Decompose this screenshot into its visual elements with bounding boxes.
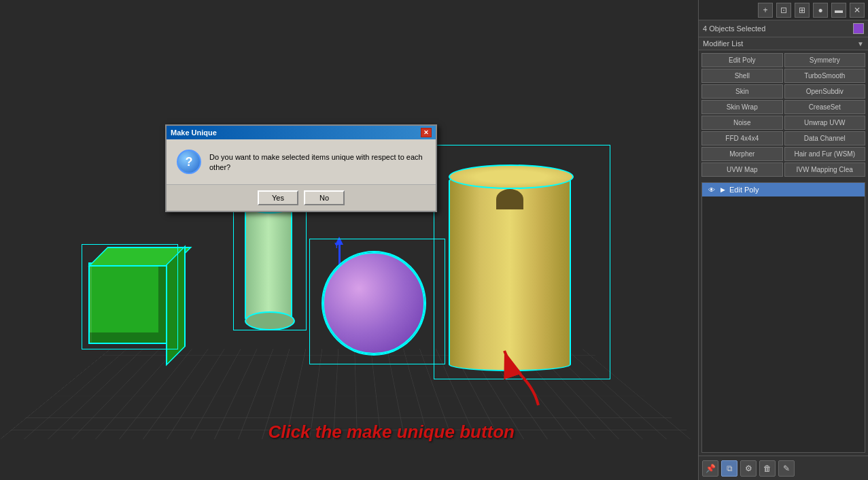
- toolbar-rect-icon[interactable]: ▬: [831, 3, 846, 18]
- mod-btn-edit-poly[interactable]: Edit Poly: [701, 53, 783, 67]
- mod-btn-opensubdiv[interactable]: OpenSubdiv: [784, 84, 866, 99]
- dialog-footer: Yes No: [167, 184, 436, 211]
- selected-bar: 4 Objects Selected: [699, 20, 868, 37]
- dialog-overlay: Make Unique ✕ ? Do you want to make sele…: [0, 0, 698, 480]
- make-unique-dialog: Make Unique ✕ ? Do you want to make sele…: [165, 124, 437, 212]
- top-toolbar: + ⊡ ⊞ ● ▬ ✕: [699, 0, 868, 20]
- mod-btn-ffd4x4x4[interactable]: FFD 4x4x4: [701, 131, 783, 145]
- dialog-close-button[interactable]: ✕: [421, 128, 432, 137]
- settings-icon[interactable]: ⚙: [740, 460, 757, 477]
- bottom-toolbar: 📌 ⧉ ⚙ 🗑 ✎: [699, 456, 868, 480]
- dialog-question-icon: ?: [177, 150, 201, 174]
- app-container: Y X Make Unique ✕ ?: [0, 0, 868, 480]
- mod-btn-unwrapuvw[interactable]: Unwrap UVW: [784, 116, 866, 130]
- selected-color-swatch[interactable]: [853, 23, 864, 34]
- make-unique-button[interactable]: ⧉: [721, 460, 737, 477]
- mod-btn-skin[interactable]: Skin: [701, 84, 783, 99]
- stack-item-edit-poly[interactable]: 👁 ▶ Edit Poly: [702, 183, 865, 196]
- mod-btn-hairfur[interactable]: Hair and Fur (WSM): [784, 147, 866, 161]
- mod-btn-creaseset[interactable]: CreaseSet: [784, 100, 866, 114]
- dialog-message: Do you want to make selected items uniqu…: [209, 150, 426, 173]
- toolbar-grid-icon[interactable]: ⊡: [776, 3, 791, 18]
- no-button[interactable]: No: [304, 190, 345, 205]
- dialog-title: Make Unique: [171, 128, 217, 137]
- mod-btn-noise[interactable]: Noise: [701, 116, 783, 130]
- viewport: Y X Make Unique ✕ ?: [0, 0, 698, 480]
- dialog-titlebar: Make Unique ✕: [167, 126, 436, 139]
- mod-btn-ivwmap[interactable]: IVW Mapping Clea: [784, 162, 866, 177]
- mod-btn-turbosmooth[interactable]: TurboSmooth: [784, 69, 866, 83]
- toolbar-plus-icon[interactable]: +: [758, 3, 773, 18]
- toolbar-stack-icon[interactable]: ⊞: [795, 3, 810, 18]
- selected-text: 4 Objects Selected: [703, 24, 850, 33]
- edit-icon[interactable]: ✎: [778, 460, 795, 477]
- modifier-buttons-grid: Edit Poly Symmetry Shell TurboSmooth Ski…: [699, 50, 868, 179]
- stack-item-label: Edit Poly: [729, 186, 759, 194]
- mod-btn-skinwrap[interactable]: Skin Wrap: [701, 100, 783, 114]
- pin-icon[interactable]: 📌: [702, 460, 718, 477]
- mod-btn-uvwmap[interactable]: UVW Map: [701, 162, 783, 177]
- mod-btn-shell[interactable]: Shell: [701, 69, 783, 83]
- yes-button[interactable]: Yes: [258, 190, 298, 205]
- mod-btn-datachannel[interactable]: Data Channel: [784, 131, 866, 145]
- toolbar-circle-icon[interactable]: ●: [813, 3, 828, 18]
- stack-eye-icon[interactable]: 👁: [708, 186, 716, 194]
- modifier-list-label: Modifier List: [703, 39, 857, 48]
- stack-expand-icon[interactable]: ▶: [719, 186, 726, 193]
- dropdown-arrow-icon: ▼: [857, 40, 864, 48]
- mod-btn-symmetry[interactable]: Symmetry: [784, 53, 866, 67]
- dialog-body: ? Do you want to make selected items uni…: [167, 139, 436, 184]
- modifier-stack: 👁 ▶ Edit Poly: [701, 182, 865, 453]
- modifier-list-dropdown[interactable]: Modifier List ▼: [699, 37, 868, 50]
- right-panel: + ⊡ ⊞ ● ▬ ✕ 4 Objects Selected Modifier …: [698, 0, 868, 480]
- toolbar-pin-icon[interactable]: ✕: [850, 3, 865, 18]
- delete-icon[interactable]: 🗑: [759, 460, 776, 477]
- mod-btn-morpher[interactable]: Morpher: [701, 147, 783, 161]
